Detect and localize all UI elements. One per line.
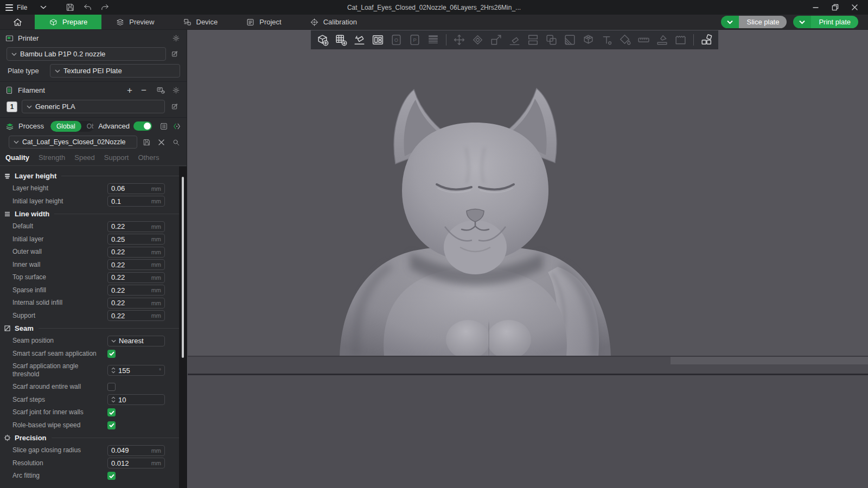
undo-icon[interactable]	[81, 2, 93, 14]
minimize-button[interactable]	[809, 2, 821, 14]
initial-layer-input[interactable]: 0.25mm	[107, 234, 165, 245]
remove-filament-button[interactable]: −	[139, 86, 149, 95]
setting-label: Scarf steps	[12, 396, 107, 404]
process-tab-support[interactable]: Support	[104, 153, 129, 162]
toolbar-separator	[693, 34, 694, 46]
process-tab-speed[interactable]: Speed	[74, 153, 95, 162]
sparse-infill-input[interactable]: 0.22mm	[107, 285, 165, 296]
main-tab-bar: Prepare Preview Device Project Calibrati…	[0, 15, 868, 30]
tab-project[interactable]: Project	[232, 15, 295, 29]
arrange-icon[interactable]	[371, 33, 385, 47]
tab-preview[interactable]: Preview	[101, 15, 168, 29]
svg-text:P: P	[413, 37, 416, 43]
advanced-label: Advanced	[98, 122, 130, 130]
initial-layer-height-input[interactable]: 0.1mm	[107, 196, 165, 207]
print-options-chevron-icon[interactable]	[793, 16, 811, 28]
window-title: Cat_Loaf_Eyes_Closed_02Nozzle_06Layers_2…	[0, 4, 868, 11]
advanced-toggle[interactable]	[133, 121, 152, 131]
scrollbar-thumb[interactable]	[182, 177, 184, 358]
role-based-wipe-speed-checkbox[interactable]	[107, 421, 116, 429]
group-header-line-width: Line width	[0, 208, 179, 220]
smart-scarf-seam-application-checkbox[interactable]	[107, 350, 116, 358]
plate-type-label: Plate type	[7, 67, 44, 75]
filament-settings-gear-icon[interactable]	[170, 85, 181, 96]
internal-solid-infill-input[interactable]: 0.22mm	[107, 298, 165, 309]
close-button[interactable]	[848, 2, 860, 14]
scarf-application-angle-threshold-spinner[interactable]: 155°	[107, 365, 165, 376]
printer-settings-gear-icon[interactable]	[170, 33, 181, 44]
filament-preset-select[interactable]: Generic PLA	[22, 100, 165, 113]
plate-type-select[interactable]: Textured PEI Plate	[50, 64, 180, 78]
mesh-edit-icon	[581, 33, 596, 47]
model-cat-loaf[interactable]	[334, 87, 616, 356]
edit-filament-icon[interactable]	[169, 101, 180, 112]
setting-row-internal-solid-infill: Internal solid infill0.22mm	[0, 297, 179, 310]
filament-slot-badge[interactable]: 1	[7, 101, 17, 112]
edit-printer-icon[interactable]	[169, 49, 180, 60]
scarf-joint-for-inner-walls-checkbox[interactable]	[107, 408, 116, 416]
add-plate-icon[interactable]	[334, 33, 348, 47]
scarf-steps-spinner[interactable]: 10	[107, 394, 165, 405]
scarf-around-entire-wall-checkbox[interactable]	[107, 383, 116, 391]
setting-label: Arc fitting	[12, 472, 107, 480]
outer-wall-input[interactable]: 0.22mm	[107, 247, 165, 258]
setting-row-smart-scarf-seam-application: Smart scarf seam application	[0, 348, 179, 361]
scope-objects-button[interactable]: Objects	[81, 123, 94, 130]
setting-row-arc-fitting: Arc fitting	[0, 470, 179, 483]
auto-orient-icon[interactable]	[352, 33, 367, 47]
default-input[interactable]: 0.22mm	[107, 221, 165, 232]
setting-row-support: Support0.22mm	[0, 310, 179, 323]
process-tab-strength[interactable]: Strength	[39, 153, 65, 162]
redo-icon[interactable]	[99, 2, 111, 14]
setting-row-inner-wall: Inner wall0.22mm	[0, 259, 179, 272]
print-plate-button[interactable]: Print plate	[793, 16, 858, 28]
file-menu[interactable]: File	[5, 4, 27, 11]
printer-icon	[5, 34, 14, 42]
slice-gap-closing-radius-input[interactable]: 0.049mm	[107, 445, 165, 456]
process-tab-others[interactable]: Others	[138, 153, 159, 162]
process-icon	[5, 123, 14, 130]
save-preset-icon[interactable]	[141, 137, 152, 147]
seam-icon	[4, 325, 11, 332]
add-filament-button[interactable]: +	[125, 86, 135, 95]
layer-height-input[interactable]: 0.06mm	[107, 183, 165, 194]
tab-calibration[interactable]: Calibration	[296, 15, 371, 29]
setting-row-slice-gap-closing-radius: Slice gap closing radius0.049mm	[0, 444, 179, 457]
process-tab-quality[interactable]: Quality	[5, 153, 29, 162]
toolbar-separator	[446, 34, 446, 46]
project-icon	[246, 18, 255, 27]
process-preset-select[interactable]: Cat_Loaf_Eyes_Closed_02Nozzle	[9, 136, 137, 149]
tab-device[interactable]: Device	[169, 15, 232, 29]
filament-icon	[5, 86, 14, 94]
settings-scrollbar[interactable]	[179, 166, 187, 488]
scope-global-button[interactable]: Global	[50, 121, 81, 132]
group-header-layer-height: Layer height	[0, 170, 179, 182]
top-surface-input[interactable]: 0.22mm	[107, 272, 165, 283]
slice-options-chevron-icon[interactable]	[721, 16, 739, 28]
file-menu-chevron-icon[interactable]	[40, 5, 47, 9]
compare-presets-icon[interactable]	[173, 121, 181, 132]
view-all-settings-icon[interactable]	[159, 121, 168, 132]
delete-preset-icon[interactable]	[156, 137, 167, 147]
restore-button[interactable]	[829, 2, 841, 14]
printer-preset-select[interactable]: Bambu Lab P1P 0.2 nozzle	[7, 47, 166, 61]
save-icon[interactable]	[64, 2, 76, 14]
arc-fitting-checkbox[interactable]	[107, 472, 116, 480]
home-button[interactable]	[0, 15, 35, 29]
setting-label: Sparse infill	[12, 286, 107, 294]
assembly-icon[interactable]	[699, 33, 714, 47]
calibration-icon	[310, 18, 319, 27]
fill-icon	[563, 33, 577, 47]
search-settings-icon[interactable]	[170, 137, 181, 147]
3d-viewport[interactable]: OP Processing model 'cat loaf eyes close…	[188, 30, 868, 488]
inner-wall-input[interactable]: 0.22mm	[107, 259, 165, 270]
slice-plate-button[interactable]: Slice plate	[721, 16, 787, 28]
seam-position-select[interactable]: Nearest	[107, 336, 165, 346]
tab-prepare[interactable]: Prepare	[35, 15, 101, 29]
resolution-input[interactable]: 0.012mm	[107, 458, 165, 468]
support-input[interactable]: 0.22mm	[107, 310, 165, 321]
viewport-floor	[188, 375, 868, 488]
add-model-icon[interactable]	[315, 33, 330, 47]
setting-row-scarf-joint-for-inner-walls: Scarf joint for inner walls	[0, 406, 179, 419]
filament-sync-icon[interactable]	[155, 85, 166, 96]
